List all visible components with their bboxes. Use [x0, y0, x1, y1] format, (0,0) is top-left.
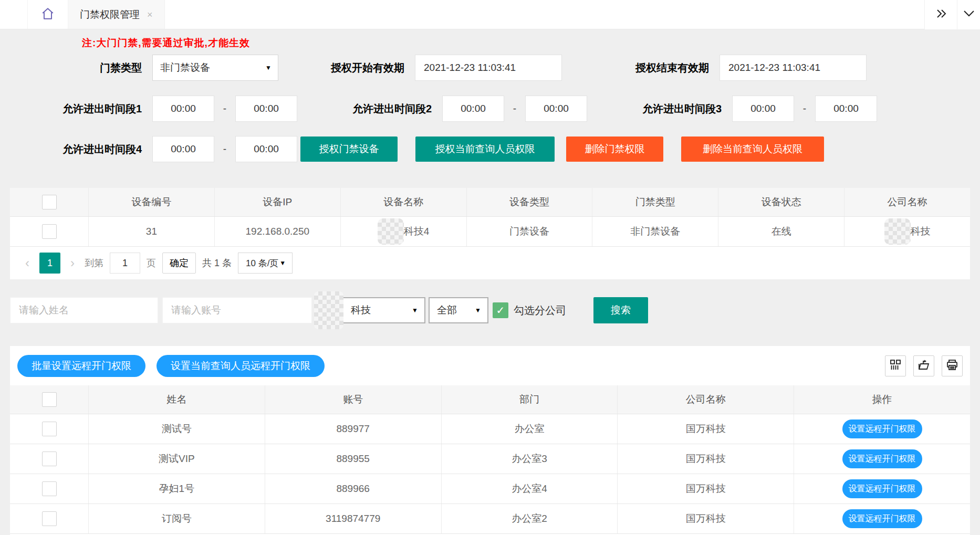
col-access-type: 门禁类型	[592, 188, 718, 216]
dash-separator: -	[214, 143, 235, 155]
device-company-suffix: 科技	[911, 225, 931, 238]
period3-from-input[interactable]	[732, 96, 794, 122]
auth-start-input[interactable]	[415, 55, 562, 81]
device-name: 科技4	[341, 217, 467, 246]
authorize-device-button[interactable]: 授权门禁设备	[300, 137, 398, 162]
col-person-company: 公司名称	[618, 385, 794, 414]
auth-end-input[interactable]	[720, 55, 867, 81]
device-table-header: 设备编号 设备IP 设备名称 设备类型 门禁类型 设备状态 公司名称	[10, 188, 970, 217]
person-row-checkbox[interactable]	[42, 452, 57, 466]
col-device-type: 设备类型	[467, 188, 593, 216]
prev-page-icon[interactable]: ‹	[22, 256, 33, 270]
name-search-input[interactable]	[10, 297, 158, 323]
batch-set-remote-open-button[interactable]: 批量设置远程开门权限	[17, 355, 145, 377]
approval-note: 注:大门门禁,需要通过审批,才能生效	[82, 36, 980, 50]
search-button[interactable]: 搜索	[593, 297, 648, 323]
select-caret-icon: ▼	[279, 259, 286, 267]
period2-to-input[interactable]	[525, 96, 587, 122]
goto-label: 到第	[85, 257, 103, 269]
expand-tabs-button[interactable]	[924, 0, 957, 29]
tab-close-icon[interactable]: ×	[147, 10, 153, 19]
device-no: 31	[89, 217, 215, 246]
select-all-persons-checkbox[interactable]	[42, 392, 57, 407]
period1-label: 允许进出时间段1	[37, 102, 142, 116]
branch-select[interactable]: 全部 ▼	[429, 297, 488, 323]
person-dept: 办公室4	[442, 474, 618, 503]
company-select-wrap: 科技 ▼	[333, 297, 425, 323]
col-company-name: 公司名称	[845, 188, 970, 216]
device-access-type: 非门禁设备	[592, 217, 718, 246]
access-type-value: 非门禁设备	[160, 61, 210, 75]
page-1-button[interactable]: 1	[39, 253, 60, 274]
redaction-blur	[884, 218, 911, 245]
next-page-icon[interactable]: ›	[67, 256, 78, 270]
form-row-period4-actions: 允许进出时间段4 - 授权门禁设备 授权当前查询人员权限 删除门禁权限 删除当前…	[0, 136, 980, 162]
goto-confirm-button[interactable]: 确定	[162, 253, 196, 274]
delete-access-permission-button[interactable]: 删除门禁权限	[566, 137, 663, 162]
branch-filter-checkbox[interactable]: ✓	[493, 302, 508, 318]
home-tab[interactable]	[27, 0, 68, 29]
columns-filter-button[interactable]	[885, 355, 906, 376]
export-icon	[918, 359, 930, 373]
person-row-checkbox[interactable]	[42, 481, 57, 496]
col-person-name: 姓名	[89, 385, 265, 414]
print-button[interactable]	[942, 355, 963, 376]
branch-checkbox-label: 勾选分公司	[514, 303, 566, 318]
export-button[interactable]	[913, 355, 934, 376]
person-name: 孕妇1号	[89, 474, 265, 503]
person-table-header: 姓名 账号 部门 公司名称 操作	[10, 385, 970, 414]
col-person-action: 操作	[794, 385, 970, 414]
period1-to-input[interactable]	[235, 96, 297, 122]
person-name: 测试VIP	[89, 444, 265, 474]
device-table-panel: 设备编号 设备IP 设备名称 设备类型 门禁类型 设备状态 公司名称 31 19…	[10, 188, 970, 279]
set-current-persons-remote-open-button[interactable]: 设置当前查询人员远程开门权限	[157, 355, 325, 377]
access-type-select[interactable]: 非门禁设备 ▼	[152, 55, 278, 81]
device-company: 科技	[845, 217, 970, 246]
select-caret-icon: ▼	[412, 307, 418, 314]
person-dept: 办公室3	[442, 444, 618, 474]
set-remote-open-button[interactable]: 设置远程开门权限	[842, 419, 922, 438]
period2-from-input[interactable]	[442, 96, 504, 122]
device-type: 门禁设备	[467, 217, 593, 246]
person-company: 国万科技	[618, 504, 794, 533]
person-name: 订阅号	[89, 504, 265, 533]
chevron-down-icon	[963, 10, 975, 19]
period4-from-input[interactable]	[152, 136, 214, 162]
columns-icon	[890, 359, 901, 373]
dash-separator: -	[214, 103, 235, 114]
form-row-types: 门禁类型 非门禁设备 ▼ 授权开始有效期 授权结束有效期	[0, 55, 980, 81]
goto-page-input[interactable]	[110, 253, 140, 274]
top-tab-bar: 门禁权限管理 ×	[0, 0, 980, 29]
period4-label: 允许进出时间段4	[37, 142, 142, 156]
col-device-name: 设备名称	[341, 188, 467, 216]
dash-separator: -	[794, 103, 815, 114]
period3-to-input[interactable]	[815, 96, 877, 122]
person-account: 889966	[265, 474, 442, 503]
person-row: 测试VIP 889955 办公室3 国万科技 设置远程开门权限	[10, 444, 970, 474]
company-select[interactable]: 科技 ▼	[333, 297, 425, 323]
period1-from-input[interactable]	[152, 96, 214, 122]
col-person-account: 账号	[265, 385, 442, 414]
access-type-label: 门禁类型	[37, 61, 142, 75]
tab-menu-button[interactable]	[957, 0, 980, 29]
set-remote-open-button[interactable]: 设置远程开门权限	[842, 479, 922, 498]
device-row-checkbox[interactable]	[42, 224, 57, 239]
branch-select-value: 全部	[437, 303, 457, 317]
person-row-checkbox[interactable]	[42, 511, 57, 526]
authorize-current-persons-button[interactable]: 授权当前查询人员权限	[415, 137, 555, 162]
person-company: 国万科技	[618, 474, 794, 503]
period2-label: 允许进出时间段2	[327, 102, 432, 116]
tab-access-permission[interactable]: 门禁权限管理 ×	[68, 0, 165, 29]
set-remote-open-button[interactable]: 设置远程开门权限	[842, 509, 922, 528]
select-all-devices-checkbox[interactable]	[42, 195, 57, 209]
account-search-input[interactable]	[162, 297, 312, 323]
set-remote-open-button[interactable]: 设置远程开门权限	[842, 449, 922, 468]
period4-to-input[interactable]	[235, 136, 297, 162]
col-device-status: 设备状态	[718, 188, 845, 216]
person-name: 测试号	[89, 414, 265, 444]
delete-current-persons-button[interactable]: 删除当前查询人员权限	[681, 137, 824, 162]
col-device-no: 设备编号	[89, 188, 215, 216]
page-size-select[interactable]: 10 条/页 ▼	[238, 253, 293, 274]
person-toolbar: 批量设置远程开门权限 设置当前查询人员远程开门权限	[10, 346, 970, 385]
person-row-checkbox[interactable]	[42, 422, 57, 436]
